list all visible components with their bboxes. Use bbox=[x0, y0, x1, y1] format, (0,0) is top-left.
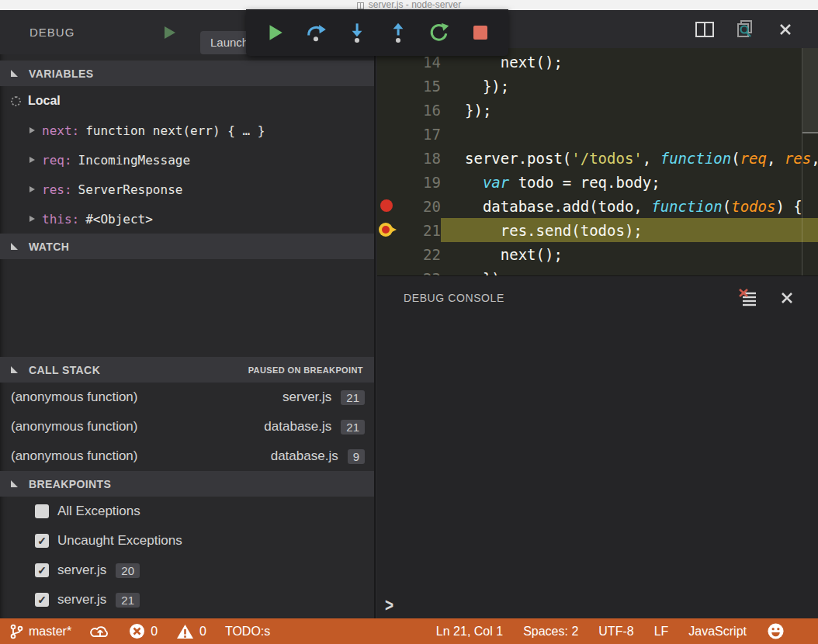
code-token: server.post( bbox=[465, 150, 571, 167]
status-item-label: UTF-8 bbox=[598, 625, 633, 639]
status-item-spaces-2[interactable]: Spaces: 2 bbox=[513, 618, 588, 644]
variable-name: this: bbox=[42, 212, 79, 227]
frame-name: (anonymous function) bbox=[11, 390, 282, 405]
call-stack-frame[interactable]: (anonymous function)database.js9 bbox=[0, 441, 374, 471]
status-item-label: JavaScript bbox=[688, 625, 747, 639]
expand-arrow-icon[interactable] bbox=[29, 216, 35, 222]
cloud-upload-status-item[interactable] bbox=[81, 618, 120, 644]
search-files-button[interactable] bbox=[734, 19, 756, 40]
status-item-0[interactable]: 0 bbox=[167, 618, 216, 644]
breakpoint-checkbox[interactable]: ✓ bbox=[35, 563, 49, 577]
breakpoint-row[interactable]: ✓server.js21 bbox=[0, 585, 374, 615]
code-text: }); bbox=[441, 98, 818, 122]
breakpoint-checkbox[interactable]: ✓ bbox=[35, 534, 49, 548]
breakpoint-gutter[interactable] bbox=[377, 146, 400, 170]
debug-toolbar bbox=[246, 9, 508, 56]
breakpoints-list: All Exceptions✓Uncaught Exceptions✓serve… bbox=[0, 497, 374, 615]
breakpoint-gutter[interactable] bbox=[377, 266, 400, 275]
status-item-todo-s[interactable]: TODO:s bbox=[216, 618, 279, 644]
breakpoint-icon[interactable] bbox=[380, 199, 393, 212]
stop-button[interactable] bbox=[467, 19, 494, 46]
variable-row[interactable]: req:IncomingMessage bbox=[0, 145, 374, 175]
status-item-label: master* bbox=[29, 625, 71, 639]
watch-section-header[interactable]: WATCH bbox=[0, 234, 374, 259]
current-execution-breakpoint-icon[interactable] bbox=[379, 223, 393, 237]
code-token: , bbox=[811, 150, 818, 167]
code-token: }); bbox=[465, 102, 491, 119]
code-text: res.send(todos); bbox=[441, 218, 818, 242]
frame-file: database.js bbox=[271, 448, 338, 464]
status-item-lf[interactable]: LF bbox=[644, 618, 679, 644]
breakpoint-row[interactable]: ✓server.js20 bbox=[0, 556, 374, 585]
breakpoint-gutter[interactable] bbox=[377, 122, 400, 146]
console-prompt: > bbox=[385, 594, 393, 616]
close-button[interactable] bbox=[775, 19, 796, 40]
breakpoint-row[interactable]: ✓Uncaught Exceptions bbox=[0, 526, 374, 556]
split-editor-indicator-icon bbox=[357, 2, 364, 9]
continue-button[interactable] bbox=[262, 19, 288, 46]
debug-console-actions bbox=[720, 288, 798, 308]
variable-name: req: bbox=[42, 153, 72, 168]
breakpoint-gutter[interactable] bbox=[377, 98, 400, 122]
chevron-expanded-icon bbox=[11, 70, 18, 77]
code-text: }); bbox=[441, 266, 818, 275]
step-out-button[interactable] bbox=[385, 19, 411, 46]
status-item-utf-8[interactable]: UTF-8 bbox=[588, 618, 643, 644]
breakpoint-line-badge: 21 bbox=[116, 593, 140, 608]
breakpoint-checkbox[interactable] bbox=[35, 504, 49, 518]
search-files-icon bbox=[735, 19, 755, 40]
expand-arrow-icon[interactable] bbox=[29, 186, 35, 192]
split-editor-button[interactable] bbox=[694, 19, 716, 40]
code-line: 23 }); bbox=[377, 266, 818, 275]
variables-scope[interactable]: Local bbox=[0, 86, 374, 116]
expand-arrow-icon[interactable] bbox=[29, 127, 35, 133]
call-stack-list: (anonymous function)server.js21(anonymou… bbox=[0, 383, 374, 471]
variables-section-header[interactable]: VARIABLES bbox=[0, 61, 374, 86]
line-number: 21 bbox=[400, 222, 441, 239]
line-number: 15 bbox=[400, 78, 441, 95]
breakpoint-gutter[interactable] bbox=[377, 170, 400, 194]
frame-name: (anonymous function) bbox=[11, 419, 264, 435]
code-token: var bbox=[483, 174, 509, 191]
variable-value: #<Object> bbox=[85, 212, 153, 227]
breakpoint-gutter[interactable] bbox=[377, 194, 400, 218]
expand-arrow-icon[interactable] bbox=[29, 157, 35, 163]
variable-row[interactable]: next:function next(err) { … } bbox=[0, 116, 374, 145]
debug-console-input[interactable]: > bbox=[377, 591, 818, 618]
step-into-icon bbox=[346, 22, 368, 43]
step-over-button[interactable] bbox=[303, 19, 329, 46]
frame-file: server.js bbox=[282, 390, 331, 405]
start-debug-button[interactable] bbox=[165, 26, 177, 39]
call-stack-frame[interactable]: (anonymous function)database.js21 bbox=[0, 412, 374, 441]
restart-button[interactable] bbox=[426, 19, 452, 46]
breakpoint-gutter[interactable] bbox=[377, 74, 400, 98]
status-item-label: Ln 21, Col 1 bbox=[436, 625, 503, 639]
code-line: 18server.post('/todos', function(req, re… bbox=[377, 146, 818, 170]
variable-row[interactable]: res:ServerResponse bbox=[0, 175, 374, 204]
close-button[interactable] bbox=[776, 288, 798, 308]
code-editor[interactable]: 14 next();15 });16});1718server.post('/t… bbox=[377, 48, 818, 275]
status-item-ln-21-col-1[interactable]: Ln 21, Col 1 bbox=[426, 618, 513, 644]
status-item-master[interactable]: master* bbox=[0, 618, 81, 644]
debug-console-panel: DEBUG CONSOLE > bbox=[377, 275, 818, 618]
breakpoint-gutter[interactable] bbox=[377, 218, 400, 242]
watch-list bbox=[0, 259, 374, 357]
status-item-label: 0 bbox=[199, 625, 206, 639]
breakpoint-row[interactable]: All Exceptions bbox=[0, 497, 374, 526]
breakpoint-gutter[interactable] bbox=[377, 242, 400, 266]
variable-row[interactable]: this:#<Object> bbox=[0, 204, 374, 234]
code-text bbox=[441, 122, 818, 146]
call-stack-frame[interactable]: (anonymous function)server.js21 bbox=[0, 383, 374, 412]
call-stack-section-header[interactable]: CALL STACK PAUSED ON BREAKPOINT bbox=[0, 357, 374, 383]
status-item-0[interactable]: 0 bbox=[120, 618, 167, 644]
clear-console-button[interactable] bbox=[737, 288, 759, 308]
status-item-javascript[interactable]: JavaScript bbox=[678, 618, 757, 644]
breakpoint-label: server.js bbox=[57, 592, 106, 608]
breakpoint-checkbox[interactable]: ✓ bbox=[35, 593, 49, 607]
step-into-button[interactable] bbox=[344, 19, 370, 46]
code-text: database.add(todo, function(todos) { bbox=[441, 194, 818, 218]
smiley-status-item[interactable] bbox=[757, 618, 795, 644]
breakpoints-section-header[interactable]: BREAKPOINTS bbox=[0, 471, 374, 497]
line-number: 18 bbox=[400, 150, 441, 167]
cloud-upload-icon bbox=[90, 624, 110, 639]
